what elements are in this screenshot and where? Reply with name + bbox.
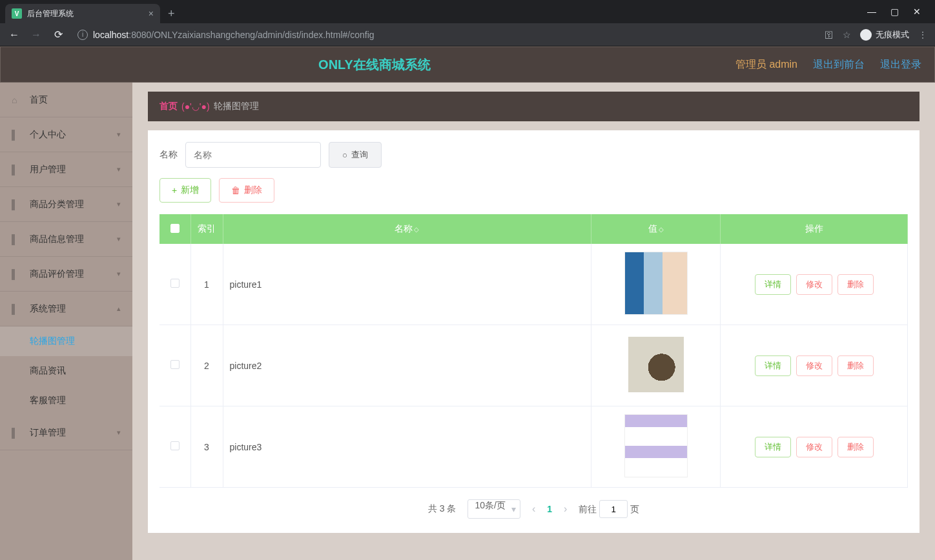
sidebar: ⌂ 首页 ▌ 个人中心 ▾ ▌ 用户管理 ▾ ▌ 商品分类管理 ▾ ▌ 商品信息… xyxy=(0,83,132,560)
close-icon[interactable]: × xyxy=(149,8,154,19)
th-name[interactable]: 名称◇ xyxy=(223,214,591,244)
sidebar-item-home[interactable]: ⌂ 首页 xyxy=(0,83,132,117)
close-window-icon[interactable]: ✕ xyxy=(913,6,921,17)
th-value[interactable]: 值◇ xyxy=(591,214,721,244)
plus-icon: + xyxy=(172,185,177,195)
table-row: 2picture2详情修改删除 xyxy=(159,325,908,406)
chevron-down-icon: ▾ xyxy=(511,504,516,514)
brand-title: ONLY在线商城系统 xyxy=(14,56,735,74)
sidebar-sub-news[interactable]: 商品资讯 xyxy=(0,356,132,386)
sidebar-item-category[interactable]: ▌ 商品分类管理 ▾ xyxy=(0,187,132,222)
window-controls: — ▢ ✕ xyxy=(858,0,930,23)
search-icon: ○ xyxy=(342,150,347,160)
browser-toolbar: ← → ⟳ i localhost:8080/ONLYzaixianshangc… xyxy=(0,23,935,46)
row-checkbox[interactable] xyxy=(170,360,180,369)
sidebar-item-users[interactable]: ▌ 用户管理 ▾ xyxy=(0,152,132,187)
tab-title: 后台管理系统 xyxy=(27,8,74,19)
edit-button[interactable]: 修改 xyxy=(796,274,832,295)
row-delete-button[interactable]: 删除 xyxy=(837,274,874,295)
cell-name: picture3 xyxy=(223,406,591,488)
cell-value xyxy=(591,244,721,325)
star-icon[interactable]: ☆ xyxy=(843,30,851,40)
edit-button[interactable]: 修改 xyxy=(796,355,832,376)
sidebar-sub-service[interactable]: 客服管理 xyxy=(0,386,132,415)
maximize-icon[interactable]: ▢ xyxy=(890,6,899,17)
menu-icon[interactable]: ⋮ xyxy=(918,30,927,40)
sidebar-item-review[interactable]: ▌ 商品评价管理 ▾ xyxy=(0,257,132,292)
page-number[interactable]: 1 xyxy=(547,504,552,514)
th-index[interactable]: 索引 xyxy=(190,214,223,244)
goto-page: 前往 页 xyxy=(579,500,639,518)
new-tab-button[interactable]: + xyxy=(160,4,183,23)
cell-index: 3 xyxy=(190,406,223,488)
select-all-checkbox[interactable] xyxy=(170,224,180,233)
sidebar-item-label: 个人中心 xyxy=(30,129,66,141)
detail-button[interactable]: 详情 xyxy=(755,355,791,376)
product-icon: ▌ xyxy=(12,234,23,245)
forward-icon[interactable]: → xyxy=(30,29,43,41)
vue-favicon-icon: V xyxy=(12,8,22,19)
admin-label: 管理员 admin xyxy=(735,58,797,72)
chevron-down-icon: ▾ xyxy=(117,130,121,139)
add-button[interactable]: + 新增 xyxy=(159,178,211,203)
page-size-label: 10条/页 xyxy=(475,500,505,510)
delete-button[interactable]: 🗑 删除 xyxy=(219,178,274,203)
next-page-button[interactable]: › xyxy=(564,503,567,515)
reload-icon[interactable]: ⟳ xyxy=(52,28,65,41)
breadcrumb-decoration: (●'◡'●) xyxy=(181,101,210,112)
th-checkbox xyxy=(159,214,190,244)
thumbnail-image[interactable] xyxy=(624,333,688,396)
site-info-icon[interactable]: i xyxy=(77,30,88,40)
sidebar-item-profile[interactable]: ▌ 个人中心 ▾ xyxy=(0,117,132,152)
thumbnail-image[interactable] xyxy=(624,252,688,315)
users-icon: ▌ xyxy=(12,165,23,175)
add-button-label: 新增 xyxy=(181,185,199,196)
sidebar-item-orders[interactable]: ▌ 订单管理 ▾ xyxy=(0,415,132,450)
row-checkbox[interactable] xyxy=(170,441,180,450)
key-icon[interactable]: ⚿ xyxy=(825,30,834,40)
th-ops: 操作 xyxy=(721,214,908,244)
sidebar-sub-label: 轮播图管理 xyxy=(30,335,75,347)
search-label: 名称 xyxy=(159,149,178,161)
action-row: + 新增 🗑 删除 xyxy=(159,178,908,203)
sidebar-item-system[interactable]: ▌ 系统管理 ▴ xyxy=(0,292,132,326)
thumbnail-image[interactable] xyxy=(624,414,688,477)
sidebar-item-product[interactable]: ▌ 商品信息管理 ▾ xyxy=(0,222,132,257)
prev-page-button[interactable]: ‹ xyxy=(532,503,535,515)
orders-icon: ▌ xyxy=(12,428,23,438)
pagination: 共 3 条 10条/页 ▾ ‹ 1 › 前往 页 xyxy=(159,488,908,521)
breadcrumb-current: 轮播图管理 xyxy=(214,101,259,112)
main-panel: 名称 ○ 查询 + 新增 🗑 删除 xyxy=(148,130,920,533)
cell-value xyxy=(591,325,721,406)
row-delete-button[interactable]: 删除 xyxy=(837,355,874,376)
edit-button[interactable]: 修改 xyxy=(796,437,832,457)
goto-input[interactable] xyxy=(599,500,628,518)
search-input[interactable] xyxy=(185,142,321,168)
content-area: 首页 (●'◡'●) 轮播图管理 名称 ○ 查询 + 新增 xyxy=(132,83,935,560)
search-button[interactable]: ○ 查询 xyxy=(329,142,382,168)
sidebar-item-label: 用户管理 xyxy=(30,164,66,175)
sort-icon: ◇ xyxy=(414,226,419,233)
search-button-label: 查询 xyxy=(351,149,368,161)
detail-button[interactable]: 详情 xyxy=(755,437,791,457)
cell-index: 1 xyxy=(190,244,223,325)
sidebar-sub-label: 客服管理 xyxy=(30,395,66,406)
address-bar[interactable]: i localhost:8080/ONLYzaixianshangcheng/a… xyxy=(74,30,816,40)
row-delete-button[interactable]: 删除 xyxy=(837,437,874,457)
chevron-down-icon: ▾ xyxy=(117,428,121,437)
minimize-icon[interactable]: — xyxy=(867,6,876,17)
page-size-select[interactable]: 10条/页 ▾ xyxy=(468,499,520,519)
chevron-down-icon: ▾ xyxy=(117,200,121,208)
breadcrumb-home[interactable]: 首页 xyxy=(159,101,178,112)
browser-tab[interactable]: V 后台管理系统 × xyxy=(5,4,160,23)
th-label: 值 xyxy=(648,223,657,234)
cell-name: picture1 xyxy=(223,244,591,325)
back-icon[interactable]: ← xyxy=(8,29,21,41)
incognito-icon xyxy=(860,29,872,41)
row-checkbox[interactable] xyxy=(170,279,180,288)
detail-button[interactable]: 详情 xyxy=(755,274,791,295)
logout-link[interactable]: 退出登录 xyxy=(880,58,921,72)
incognito-indicator[interactable]: 无痕模式 xyxy=(860,29,909,41)
to-front-link[interactable]: 退出到前台 xyxy=(813,58,865,72)
sidebar-sub-carousel[interactable]: 轮播图管理 xyxy=(0,326,132,356)
